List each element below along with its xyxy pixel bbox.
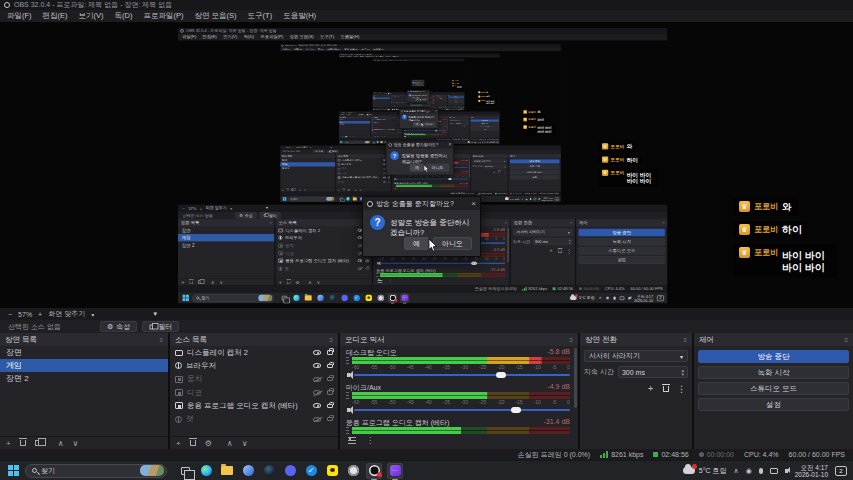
scene-item[interactable]: 장면 — [339, 119, 371, 121]
add-source-button[interactable]: + — [176, 439, 181, 448]
menu-profile[interactable]: 프로파일(P) — [260, 34, 283, 40]
stop-streaming-button[interactable]: 방송 중단 — [471, 119, 500, 121]
obs-taskbar-icon[interactable] — [412, 109, 414, 111]
visibility-eye-icon[interactable] — [383, 164, 386, 166]
file-explorer-icon[interactable] — [380, 141, 383, 144]
circle-app-icon[interactable] — [345, 463, 361, 479]
mixer-scrollbar[interactable] — [469, 159, 470, 179]
visibility-eye-icon[interactable] — [398, 122, 400, 123]
source-item[interactable]: 챗 — [170, 412, 338, 425]
add-source-button[interactable]: + — [279, 280, 282, 285]
tray-volume-icon[interactable] — [538, 198, 539, 199]
visibility-eye-off-icon[interactable] — [313, 417, 321, 422]
zoom-in-button[interactable]: + — [38, 311, 42, 318]
spinner-arrows-icon[interactable]: ▴▾ — [681, 368, 684, 376]
menu-profile[interactable]: 프로파일(P) — [144, 11, 184, 21]
lock-icon[interactable] — [400, 119, 401, 120]
source-properties-button[interactable]: ⚙ — [347, 188, 349, 191]
visibility-eye-off-icon[interactable] — [406, 104, 407, 105]
panel-menu-icon[interactable]: ≡ — [498, 117, 499, 118]
mixer-kebab-icon[interactable]: ⋮ — [388, 278, 393, 283]
zoom-in-button[interactable]: + — [346, 112, 347, 113]
volume-slider[interactable] — [354, 374, 570, 376]
transition-select[interactable]: 서서히 사라지기 ▾ — [449, 119, 469, 121]
source-properties-button[interactable]: ⚙ — [394, 106, 395, 107]
lock-icon[interactable] — [366, 267, 369, 270]
visibility-eye-off-icon[interactable] — [383, 168, 386, 170]
preview-dropdown-icon[interactable]: ▼ — [330, 146, 332, 148]
fit-screen-label[interactable]: 화면 맞추기 — [348, 112, 355, 114]
lock-icon[interactable] — [327, 404, 333, 409]
tray-record-icon[interactable]: ◉ — [606, 295, 610, 301]
start-recording-button[interactable]: 녹화 시작 — [578, 238, 665, 245]
add-scene-button[interactable]: + — [340, 136, 341, 138]
studio-mode-button[interactable]: 스튜디오 모드 — [578, 247, 665, 254]
circle-app-icon[interactable] — [410, 109, 412, 111]
source-properties-button[interactable]: ⚙ — [295, 280, 299, 285]
dialog-close-icon[interactable]: × — [435, 110, 437, 113]
chat-app-icon[interactable]: ··· — [414, 109, 416, 111]
tray-mic-icon[interactable] — [530, 198, 531, 200]
transition-kebab-icon[interactable]: ⋮ — [467, 126, 469, 128]
menu-docks[interactable]: 독(D) — [385, 60, 387, 61]
duplicate-scene-button[interactable] — [345, 136, 346, 137]
source-item[interactable]: 응용 프로그램 오디오 캡처 (베타) — [371, 129, 403, 132]
duplicate-scene-button[interactable] — [35, 440, 41, 446]
visibility-eye-off-icon[interactable] — [383, 172, 386, 174]
visibility-eye-icon[interactable] — [383, 177, 386, 179]
zoom-out-button[interactable]: − — [8, 311, 12, 318]
panel-menu-icon[interactable]: ≡ — [468, 155, 469, 157]
menu-edit[interactable]: 편집(E) — [294, 48, 302, 51]
scene-down-button[interactable]: ∨ — [380, 106, 381, 107]
start-recording-button[interactable]: 녹화 시작 — [698, 366, 849, 379]
menu-help[interactable]: 도움말(H) — [283, 11, 316, 21]
panel-menu-icon[interactable]: ≡ — [269, 221, 271, 224]
scene-item[interactable]: 장면 2 — [0, 372, 168, 385]
menu-scene-collection[interactable]: 장면 모음(S) — [375, 55, 383, 57]
tray-expand-icon[interactable]: ∧ — [452, 109, 453, 110]
source-item[interactable]: 브라우저 — [391, 97, 409, 98]
taskbar-clock[interactable]: 오전 4:17 2026-01-10 — [542, 197, 553, 202]
tray-mic-icon[interactable] — [613, 296, 615, 299]
volume-slider[interactable] — [397, 167, 468, 168]
transition-duration-input[interactable]: 300 ms ▴▾ — [439, 98, 447, 99]
tray-record-icon[interactable]: ◉ — [479, 141, 480, 143]
copilot-icon[interactable] — [384, 141, 387, 144]
dialog-close-icon[interactable]: × — [423, 80, 424, 81]
source-item[interactable]: 디스플레이 캡처 2 — [170, 346, 338, 359]
source-item[interactable]: 뭉치 — [170, 373, 338, 386]
source-item[interactable]: 디코 — [336, 171, 391, 175]
source-down-button[interactable]: ∨ — [242, 439, 248, 448]
menu-docks[interactable]: 독(D) — [244, 34, 254, 40]
add-source-button[interactable]: + — [372, 136, 373, 138]
filters-button[interactable]: 필터 — [388, 93, 392, 94]
preview-dropdown-icon[interactable]: ▼ — [152, 311, 158, 317]
tray-record-icon[interactable]: ◉ — [453, 109, 454, 110]
advanced-audio-icon[interactable] — [395, 188, 398, 190]
tray-expand-icon[interactable]: ∧ — [477, 141, 478, 143]
start-button[interactable] — [373, 109, 374, 110]
panel-menu-icon[interactable]: ≡ — [446, 117, 447, 118]
circle-app-icon[interactable] — [376, 293, 385, 302]
copilot-icon[interactable] — [316, 293, 325, 302]
source-up-button[interactable]: ∧ — [397, 106, 398, 107]
panel-menu-icon[interactable]: ≡ — [468, 117, 469, 118]
tray-display-icon[interactable] — [620, 296, 625, 299]
start-recording-button[interactable]: 녹화 시작 — [471, 122, 500, 124]
lock-icon[interactable] — [400, 122, 401, 123]
search-input[interactable]: 찾기 — [343, 141, 370, 144]
notification-button[interactable]: 2 — [555, 197, 559, 200]
copilot-icon[interactable] — [398, 109, 400, 111]
menu-scene-collection[interactable]: 장면 모음(S) — [195, 11, 237, 21]
transition-select[interactable]: 서서히 사라지기 ▾ — [436, 96, 447, 97]
scene-down-button[interactable]: ∨ — [304, 188, 306, 191]
scene-up-button[interactable]: ∧ — [58, 439, 64, 448]
stop-streaming-button[interactable]: 방송 중단 — [578, 229, 665, 236]
lock-icon[interactable] — [366, 260, 369, 263]
tray-display-icon[interactable] — [770, 468, 778, 474]
menu-tools[interactable]: 도구(T) — [362, 48, 370, 51]
discord-icon[interactable] — [392, 141, 395, 144]
scene-item-selected[interactable]: 게임 — [280, 162, 335, 166]
tray-display-icon[interactable] — [533, 198, 536, 200]
weather-widget[interactable]: 5°C 흐림 — [683, 466, 727, 476]
